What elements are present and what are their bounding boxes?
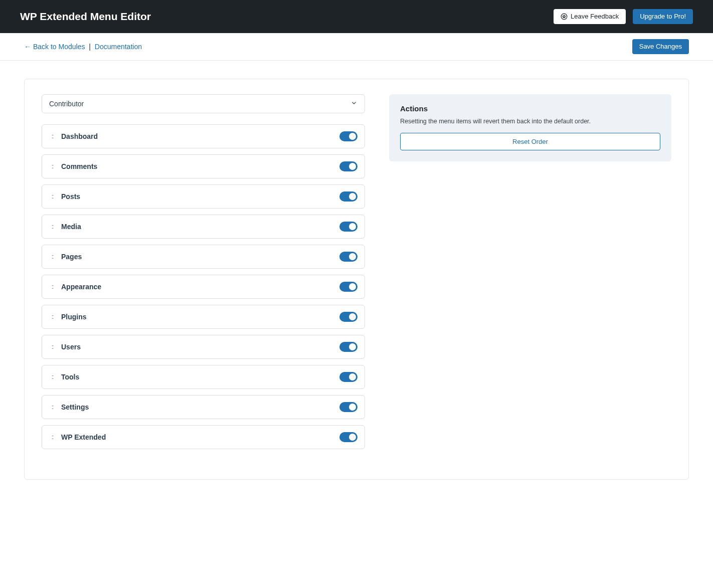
- menu-item-label: Posts: [61, 192, 333, 201]
- right-column: Actions Resetting the menu items will re…: [389, 94, 671, 162]
- menu-item-label: Appearance: [61, 283, 333, 291]
- drag-handle-icon[interactable]: ::: [49, 162, 55, 170]
- menu-item-toggle[interactable]: [339, 402, 358, 412]
- drag-handle-icon[interactable]: ::: [49, 313, 55, 320]
- drag-handle-icon[interactable]: ::: [49, 373, 55, 380]
- menu-item-toggle[interactable]: [339, 252, 358, 262]
- menu-item-toggle[interactable]: [339, 432, 358, 442]
- drag-handle-icon[interactable]: ::: [49, 192, 55, 200]
- upgrade-label: Upgrade to Pro!: [640, 13, 686, 21]
- menu-item-label: Dashboard: [61, 132, 333, 140]
- header-buttons: Leave Feedback Upgrade to Pro!: [554, 9, 693, 24]
- menu-item[interactable]: ::Comments: [42, 154, 365, 178]
- menu-item[interactable]: ::Appearance: [42, 275, 365, 299]
- menu-item-label: Comments: [61, 162, 333, 170]
- drag-handle-icon[interactable]: ::: [49, 433, 55, 441]
- main-panel: Contributor ::Dashboard::Comments::Posts…: [24, 79, 689, 480]
- menu-item-toggle[interactable]: [339, 372, 358, 382]
- reset-order-button[interactable]: Reset Order: [400, 133, 660, 151]
- leave-feedback-button[interactable]: Leave Feedback: [554, 9, 626, 24]
- menu-item[interactable]: ::Dashboard: [42, 124, 365, 148]
- menu-item-toggle[interactable]: [339, 342, 358, 352]
- menu-item[interactable]: ::Plugins: [42, 305, 365, 329]
- page-title: WP Extended Menu Editor: [20, 11, 151, 23]
- menu-item-toggle[interactable]: [339, 131, 358, 141]
- breadcrumb-separator: |: [89, 43, 91, 51]
- documentation-link[interactable]: Documentation: [95, 43, 142, 51]
- top-bar: WP Extended Menu Editor Leave Feedback U…: [0, 0, 713, 33]
- menu-item[interactable]: ::Pages: [42, 245, 365, 269]
- menu-item-label: Settings: [61, 403, 333, 411]
- reset-order-label: Reset Order: [512, 138, 548, 146]
- role-select-label: Contributor: [49, 100, 84, 108]
- drag-handle-icon[interactable]: ::: [49, 403, 55, 411]
- save-changes-button[interactable]: Save Changes: [632, 39, 689, 54]
- menu-item-label: Pages: [61, 253, 333, 261]
- actions-panel: Actions Resetting the menu items will re…: [389, 94, 671, 162]
- back-to-modules-link[interactable]: ← Back to Modules: [24, 43, 85, 51]
- menu-item-label: Plugins: [61, 313, 333, 321]
- content-wrap: Contributor ::Dashboard::Comments::Posts…: [0, 61, 713, 504]
- menu-item[interactable]: ::Users: [42, 335, 365, 359]
- drag-handle-icon[interactable]: ::: [49, 132, 55, 140]
- menu-list: ::Dashboard::Comments::Posts::Media::Pag…: [42, 124, 365, 449]
- menu-item-toggle[interactable]: [339, 191, 358, 202]
- menu-item-label: WP Extended: [61, 433, 333, 441]
- upgrade-button[interactable]: Upgrade to Pro!: [633, 9, 693, 24]
- drag-handle-icon[interactable]: ::: [49, 283, 55, 290]
- save-changes-label: Save Changes: [639, 43, 682, 51]
- menu-item[interactable]: ::Posts: [42, 184, 365, 209]
- menu-item[interactable]: ::Tools: [42, 365, 365, 389]
- breadcrumb: ← Back to Modules | Documentation: [24, 43, 142, 51]
- leave-feedback-label: Leave Feedback: [571, 13, 619, 21]
- actions-description: Resetting the menu items will revert the…: [400, 117, 660, 126]
- drag-handle-icon[interactable]: ::: [49, 223, 55, 230]
- menu-item-toggle[interactable]: [339, 312, 358, 322]
- menu-item-toggle[interactable]: [339, 282, 358, 292]
- feedback-icon: [561, 13, 568, 20]
- menu-item-label: Tools: [61, 373, 333, 381]
- menu-item-toggle[interactable]: [339, 161, 358, 171]
- actions-title: Actions: [400, 104, 660, 113]
- sub-bar: ← Back to Modules | Documentation Save C…: [0, 33, 713, 61]
- menu-item-label: Media: [61, 223, 333, 231]
- menu-item[interactable]: ::Settings: [42, 395, 365, 419]
- role-select[interactable]: Contributor: [42, 94, 365, 113]
- chevron-down-icon: [350, 99, 358, 108]
- menu-item-label: Users: [61, 343, 333, 351]
- drag-handle-icon[interactable]: ::: [49, 253, 55, 260]
- menu-item-toggle[interactable]: [339, 222, 358, 232]
- drag-handle-icon[interactable]: ::: [49, 343, 55, 350]
- left-column: Contributor ::Dashboard::Comments::Posts…: [42, 94, 365, 449]
- menu-item[interactable]: ::Media: [42, 215, 365, 239]
- menu-item[interactable]: ::WP Extended: [42, 425, 365, 449]
